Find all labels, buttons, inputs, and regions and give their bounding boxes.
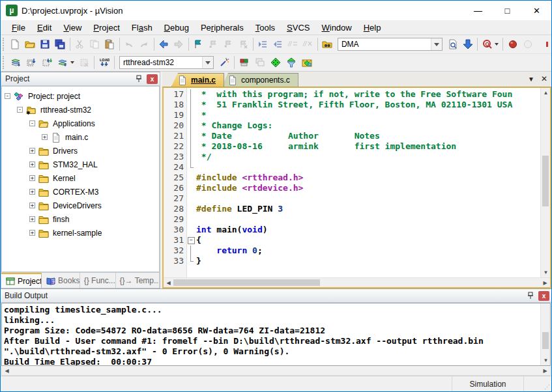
undo-button[interactable] <box>122 36 137 52</box>
resize-grip[interactable]: ⋰ <box>542 376 551 391</box>
scroll-down-icon[interactable]: ▼ <box>541 268 551 277</box>
expand-icon[interactable]: + <box>29 148 35 154</box>
chevron-down-icon[interactable] <box>202 57 213 68</box>
build-scroll-down-icon[interactable]: ▼ <box>541 356 551 365</box>
tree-item-rtthread-stm32[interactable]: -✱rtthread-stm32 <box>5 103 159 117</box>
build-button[interactable] <box>23 55 39 70</box>
tree-item-devicedrivers[interactable]: +DeviceDrivers <box>5 199 159 212</box>
quick-search-button[interactable]: Q <box>480 36 495 52</box>
build-output-text[interactable]: compiling timeslice_sample.c...linking..… <box>2 303 540 365</box>
cut-button[interactable] <box>72 36 87 52</box>
maximize-button[interactable]: □ <box>493 1 522 20</box>
manage-components-button[interactable] <box>237 55 252 70</box>
search-combobox[interactable]: DMA <box>338 38 443 51</box>
tree-item-drivers[interactable]: +Drivers <box>5 144 159 158</box>
fold-collapse-icon[interactable] <box>187 235 195 245</box>
menu-project[interactable]: Project <box>87 21 125 34</box>
menu-debug[interactable]: Debug <box>158 21 195 34</box>
translate-button[interactable] <box>8 55 23 70</box>
expand-icon[interactable]: + <box>29 203 35 208</box>
menu-edit[interactable]: Edit <box>31 21 57 34</box>
build-output-close-icon[interactable]: x <box>538 291 549 301</box>
kill-breakpoints-button[interactable] <box>535 36 550 52</box>
pin-icon[interactable] <box>133 74 145 84</box>
collapse-icon[interactable]: - <box>17 107 23 113</box>
collapse-icon[interactable]: - <box>5 93 10 99</box>
toggle-bookmark-button[interactable] <box>191 36 206 52</box>
target-options-button[interactable] <box>216 55 232 70</box>
menu-file[interactable]: File <box>6 21 31 34</box>
expand-icon[interactable]: + <box>29 230 35 236</box>
build-pin-icon[interactable] <box>525 290 536 301</box>
disable-breakpoint-button[interactable] <box>520 36 535 52</box>
tree-item-kernel[interactable]: +Kernel <box>5 171 159 185</box>
copy-button[interactable] <box>87 36 102 52</box>
next-bookmark-button[interactable] <box>221 36 236 52</box>
build-scroll-left-icon[interactable]: ◀ <box>2 366 12 376</box>
redo-button[interactable] <box>137 36 152 52</box>
tree-item-kernel-sample[interactable]: +kernel-sample <box>5 226 159 240</box>
document-tab-components-c[interactable]: components.c <box>222 73 298 87</box>
panel-tab-books[interactable]: ?Books <box>42 273 80 288</box>
tree-item-stm32-hal[interactable]: +STM32_HAL <box>5 158 159 171</box>
expand-icon[interactable]: + <box>29 189 35 195</box>
panel-tab--func-[interactable]: {} Func... <box>80 273 116 288</box>
comment-button[interactable]: // <box>285 36 300 52</box>
tree-item-main-c[interactable]: +main.c <box>5 130 159 144</box>
pack-installer-button[interactable] <box>299 55 315 70</box>
navigate-forward-button[interactable] <box>171 36 186 52</box>
editor-horizontal-scrollbar[interactable]: ◀ ▶ <box>164 277 550 287</box>
open-file-button[interactable] <box>23 36 38 52</box>
menu-peripherals[interactable]: Peripherals <box>195 21 250 34</box>
scroll-left-icon[interactable]: ◀ <box>164 278 173 288</box>
tree-item-project-project[interactable]: -Project: project <box>5 89 159 103</box>
find-button[interactable] <box>445 36 460 52</box>
select-software-packs-button[interactable] <box>283 55 299 70</box>
find-in-files-button[interactable] <box>320 36 335 52</box>
save-button[interactable] <box>38 36 53 52</box>
menu-flash[interactable]: Flash <box>126 21 158 34</box>
clear-bookmarks-button[interactable] <box>236 36 251 52</box>
scroll-right-icon[interactable]: ▶ <box>540 278 550 288</box>
scroll-up-icon[interactable]: ▲ <box>541 88 551 98</box>
minimize-button[interactable]: — <box>463 1 493 20</box>
fold-margin[interactable] <box>187 88 195 277</box>
navigate-back-button[interactable] <box>156 36 171 52</box>
tree-item-cortex-m3[interactable]: +CORTEX-M3 <box>5 185 159 199</box>
new-file-button[interactable] <box>8 36 23 52</box>
uncomment-button[interactable]: // <box>300 36 315 52</box>
batch-build-dropdown[interactable] <box>70 61 74 64</box>
save-all-button[interactable] <box>53 36 68 52</box>
expand-icon[interactable]: + <box>29 175 35 181</box>
outdent-button[interactable] <box>270 36 285 52</box>
chevron-down-icon[interactable] <box>431 38 442 50</box>
menu-window[interactable]: Window <box>315 21 357 34</box>
multi-project-button[interactable] <box>252 55 268 70</box>
quick-search-dropdown[interactable] <box>495 43 499 46</box>
menu-tools[interactable]: Tools <box>250 21 281 34</box>
incremental-find-button[interactable] <box>460 36 475 52</box>
tab-list-dropdown-icon[interactable]: ▼ <box>528 76 534 83</box>
tree-item-applications[interactable]: -Applications <box>5 117 159 130</box>
stop-build-button[interactable] <box>76 55 92 70</box>
collapse-icon[interactable]: - <box>29 120 35 126</box>
panel-tab-project[interactable]: Project <box>1 273 42 288</box>
build-vertical-scrollbar[interactable]: ▼ <box>540 303 550 365</box>
code-editor[interactable]: * with this program; if not, write to th… <box>195 88 540 277</box>
rebuild-button[interactable] <box>39 55 55 70</box>
expand-icon[interactable]: + <box>29 161 35 167</box>
menu-svcs[interactable]: SVCS <box>281 21 315 34</box>
runtime-environment-button[interactable] <box>268 55 283 70</box>
target-combobox[interactable]: rtthread-stm32 <box>119 56 214 69</box>
menu-help[interactable]: Help <box>358 21 387 34</box>
build-scroll-right-icon[interactable]: ▶ <box>540 366 550 376</box>
batch-build-button[interactable] <box>55 55 70 70</box>
menu-view[interactable]: View <box>57 21 87 34</box>
editor-vertical-scrollbar[interactable]: ▲ ▼ <box>540 88 550 277</box>
tree-item-finsh[interactable]: +finsh <box>5 212 159 226</box>
panel-tab--temp-[interactable]: {}→ Temp... <box>116 273 160 288</box>
expand-icon[interactable]: + <box>42 134 48 140</box>
expand-icon[interactable]: + <box>29 216 35 222</box>
indent-button[interactable] <box>255 36 270 52</box>
toggle-breakpoint-button[interactable] <box>505 36 520 52</box>
